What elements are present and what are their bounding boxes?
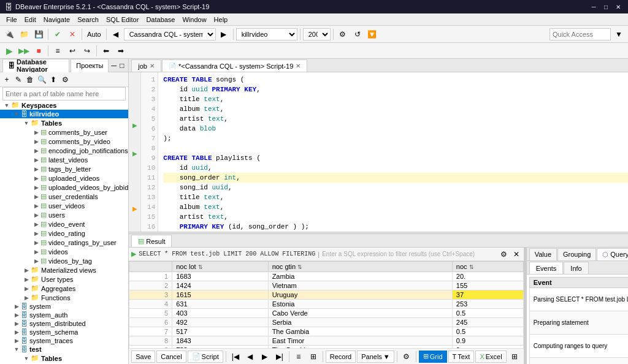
value-tab[interactable]: Value bbox=[529, 248, 557, 260]
panels-button[interactable]: Panels ▼ bbox=[357, 351, 394, 363]
table-row[interactable]: 6 492 Serbia 245 bbox=[129, 318, 523, 327]
events-tab[interactable]: Events bbox=[529, 262, 564, 274]
title-bar-controls[interactable]: ─ □ ✕ bbox=[589, 2, 623, 12]
test-node[interactable]: ▼ 🗄 test bbox=[0, 345, 128, 354]
maximize-button[interactable]: □ bbox=[601, 2, 611, 12]
script-tab-close[interactable]: ✕ bbox=[296, 63, 301, 69]
maximize-panel-button[interactable]: □ bbox=[118, 61, 126, 70]
menu-navigate[interactable]: Navigate bbox=[40, 13, 74, 26]
table-row[interactable]: 3 1615 Uruguay 37 bbox=[129, 290, 523, 300]
table-item-uploaded_videos[interactable]: ▶▤uploaded_videos bbox=[0, 173, 128, 183]
table-row[interactable]: 7 517 The Gambia 0.5 bbox=[129, 327, 523, 336]
table-row[interactable]: 4 631 Estonia 253 bbox=[129, 300, 523, 309]
database-selector[interactable]: killrvideo bbox=[236, 28, 297, 40]
functions-node[interactable]: ▶ 📁 Functions bbox=[0, 293, 128, 302]
test-expand[interactable]: ▼ bbox=[12, 346, 21, 352]
search-input[interactable] bbox=[2, 87, 126, 100]
text-button[interactable]: T Text bbox=[448, 351, 475, 363]
format-sql-button[interactable]: ≡ bbox=[51, 44, 64, 58]
menu-database[interactable]: Database bbox=[142, 13, 178, 26]
save-result-button[interactable]: Save bbox=[131, 351, 155, 363]
first-page-button[interactable]: |◀ bbox=[229, 350, 242, 363]
table-item-comments_by_user[interactable]: ▶▤comments_by_user bbox=[0, 127, 128, 137]
table-row[interactable]: 8 1843 East Timor 0.9 bbox=[129, 336, 523, 346]
redo-button[interactable]: ↪ bbox=[80, 44, 94, 58]
grouping-tab[interactable]: Grouping bbox=[557, 248, 596, 260]
commit-button[interactable]: ✔ bbox=[51, 28, 64, 41]
code-area[interactable]: CREATE TABLE songs ( id uuid PRIMARY KEY… bbox=[158, 72, 628, 232]
table-row[interactable]: 5 403 Cabo Verde 0.5 bbox=[129, 309, 523, 318]
save-button[interactable]: 💾 bbox=[32, 28, 45, 41]
system-ks-system_distributed[interactable]: ▶🗄system_distributed bbox=[0, 319, 128, 328]
table-item-user_videos[interactable]: ▶▤user_videos bbox=[0, 201, 128, 210]
aggregates-node[interactable]: ▶ 📁 Aggregates bbox=[0, 284, 128, 293]
last-page-button[interactable]: ▶| bbox=[273, 350, 286, 363]
table-item-videos[interactable]: ▶▤videos bbox=[0, 247, 128, 256]
db-navigator-tab[interactable]: 🗄 Database Navigator bbox=[2, 59, 69, 72]
filter-options-btn[interactable]: ⚙ bbox=[499, 249, 509, 259]
sort-gtin-icon[interactable]: ⇅ bbox=[297, 264, 302, 270]
killrvideo-node[interactable]: ▼ 🗄 killrvideo bbox=[0, 110, 128, 118]
data-table-container[interactable]: noc lot ⇅ noc gtin ⇅ noc bbox=[129, 261, 523, 348]
job-tab-close[interactable]: ✕ bbox=[150, 63, 155, 69]
user-types-expand[interactable]: ▶ bbox=[22, 276, 31, 282]
minimize-button[interactable]: ─ bbox=[589, 2, 599, 12]
table-item-videos_by_tag[interactable]: ▶▤videos_by_tag bbox=[0, 256, 128, 265]
minimize-panel-button[interactable]: ─ bbox=[110, 61, 118, 70]
undo-button[interactable]: ↩ bbox=[66, 44, 79, 58]
collapse-all-button[interactable]: ⬆ bbox=[48, 74, 59, 85]
col-lot[interactable]: noc lot ⇅ bbox=[172, 262, 268, 272]
test-tables-expand[interactable]: ▼ bbox=[22, 355, 31, 362]
system-ks-system_auth[interactable]: ▶🗄system_auth bbox=[0, 311, 128, 319]
navigate-back-button[interactable]: ⬅ bbox=[99, 44, 113, 58]
col-noc[interactable]: noc ⇅ bbox=[452, 262, 523, 272]
excel-button[interactable]: X Excel bbox=[475, 351, 506, 363]
filter-clear-btn[interactable]: ✕ bbox=[511, 249, 521, 259]
filter-button[interactable]: 🔽 bbox=[366, 28, 379, 41]
table-item-user_credentials[interactable]: ▶▤user_credentials bbox=[0, 192, 128, 201]
script-tab[interactable]: 📄 *<Cassandra CQL - system> Script-19 ✕ bbox=[162, 59, 307, 72]
sort-lot-icon[interactable]: ⇅ bbox=[198, 264, 203, 270]
system-ks-system_schema[interactable]: ▶🗄system_schema bbox=[0, 328, 128, 336]
tables-expand[interactable]: ▼ bbox=[22, 120, 31, 126]
menu-search[interactable]: Search bbox=[74, 13, 102, 26]
test-tables-node[interactable]: ▼ 📁 Tables bbox=[0, 354, 128, 363]
aggregates-expand[interactable]: ▶ bbox=[22, 286, 31, 292]
delete-connection-button[interactable]: 🗑 bbox=[25, 74, 36, 85]
table-item-latest_videos[interactable]: ▶▤latest_videos bbox=[0, 155, 128, 164]
next-page-button[interactable]: ▶ bbox=[258, 350, 272, 363]
system-ks-system_traces[interactable]: ▶🗄system_traces bbox=[0, 336, 128, 345]
menu-help[interactable]: Help bbox=[210, 13, 232, 26]
close-button[interactable]: ✕ bbox=[613, 2, 623, 12]
mat-views-expand[interactable]: ▶ bbox=[22, 267, 31, 273]
edit-connection-button[interactable]: ✎ bbox=[13, 74, 24, 85]
prev-page-button[interactable]: ◀ bbox=[243, 350, 257, 363]
job-tab[interactable]: job ✕ bbox=[131, 59, 161, 72]
next-connection-button[interactable]: ▶ bbox=[217, 28, 231, 41]
grid-button[interactable]: ⊞ Grid bbox=[419, 351, 447, 363]
col-rownum[interactable] bbox=[129, 262, 172, 272]
table-item-tags_by_letter[interactable]: ▶▤tags_by_letter bbox=[0, 164, 128, 173]
projects-tab[interactable]: Проекты bbox=[71, 59, 109, 72]
functions-expand[interactable]: ▶ bbox=[22, 295, 31, 301]
navigate-fwd-button[interactable]: ➡ bbox=[114, 44, 128, 58]
settings-button[interactable]: ⚙ bbox=[336, 28, 350, 41]
settings-nav-button[interactable]: ⚙ bbox=[59, 74, 71, 85]
table-item-video_event[interactable]: ▶▤video_event bbox=[0, 219, 128, 229]
record-button[interactable]: Record bbox=[326, 351, 356, 363]
toolbar-menu-button[interactable]: ▼ bbox=[612, 28, 626, 41]
trace-event-col[interactable]: Event bbox=[529, 278, 628, 288]
execute-script-button[interactable]: ▶▶ bbox=[17, 44, 31, 58]
new-connection-button[interactable]: 🔌 bbox=[2, 28, 16, 41]
system-ks-system[interactable]: ▶🗄system bbox=[0, 302, 128, 311]
stop-button[interactable]: ■ bbox=[32, 44, 45, 58]
table-item-encoding_job_notifications[interactable]: ▶▤encoding_job_notifications bbox=[0, 146, 128, 155]
add-connection-button[interactable]: + bbox=[1, 74, 12, 85]
query-trace-tab[interactable]: ⬡ Query Trace ✕ bbox=[597, 248, 628, 260]
rollback-button[interactable]: ✕ bbox=[66, 28, 79, 41]
prev-connection-button[interactable]: ◀ bbox=[109, 28, 123, 41]
quick-access-input[interactable] bbox=[550, 28, 611, 40]
killrvideo-expand[interactable]: ▼ bbox=[12, 111, 21, 117]
mat-views-node[interactable]: ▶ 📁 Materialized views bbox=[0, 265, 128, 275]
keyspaces-expand[interactable]: ▼ bbox=[2, 102, 11, 108]
